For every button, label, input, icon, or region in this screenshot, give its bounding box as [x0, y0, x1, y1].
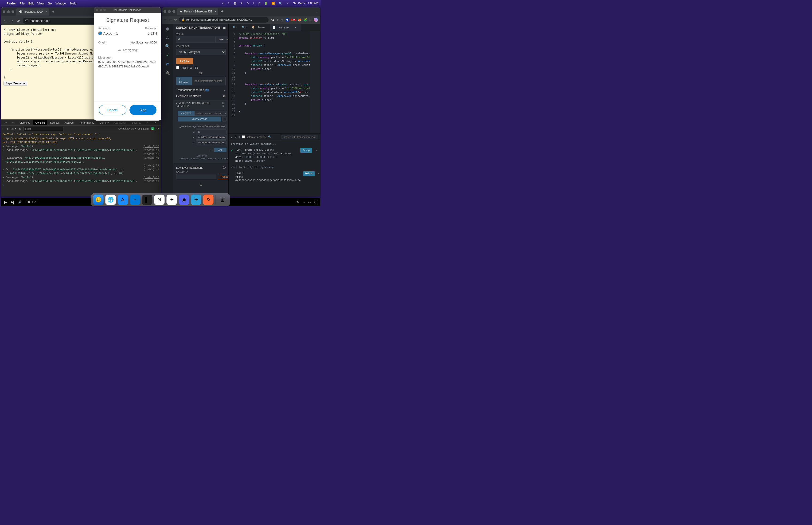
compile-icon[interactable]: ✓: [166, 52, 169, 58]
new-tab-icon[interactable]: +: [221, 9, 224, 14]
dock-telegram-icon[interactable]: ✈: [191, 195, 201, 205]
dock-slack-icon[interactable]: ✦: [167, 195, 177, 205]
dock-chrome-icon[interactable]: 🌐: [106, 195, 116, 205]
console-row[interactable]: {message: 'hello'}: [5, 145, 142, 149]
dt-warn-icon[interactable]: ⚠: [144, 120, 151, 125]
dock-trash-icon[interactable]: 🗑: [218, 195, 228, 205]
close-tab-icon[interactable]: ×: [45, 10, 47, 14]
eye-icon[interactable]: ◉: [19, 127, 21, 130]
term-log-entry[interactable]: [call] from: 0x5B38Da6a701c568545dCfcB03…: [235, 171, 301, 182]
sidebar-toggle-icon[interactable]: ▸: [3, 127, 4, 130]
dt-tab-network[interactable]: Network: [62, 120, 77, 125]
search-icon[interactable]: 🔍: [165, 44, 170, 49]
menu-edit[interactable]: Edit: [28, 2, 34, 5]
inspect-icon[interactable]: ▭: [2, 120, 9, 125]
incognito-icon[interactable]: 👁‍🗨: [271, 18, 275, 21]
term-log-entry[interactable]: [vm] from: 0x5B3...eddC4 to: Verify.(con…: [235, 148, 298, 163]
reading-list-icon[interactable]: ☰: [309, 18, 312, 21]
sign-button[interactable]: Sign: [129, 105, 156, 115]
browser-tab[interactable]: ◆ Remix - Ethereum IDE ×: [177, 8, 218, 15]
dock-discord-icon[interactable]: ◉: [179, 195, 189, 205]
call-button[interactable]: call: [214, 148, 227, 152]
chevron-down-icon[interactable]: ⌄: [317, 171, 320, 175]
tx-recorded-header[interactable]: Transactions recorded1: [173, 87, 228, 93]
contract-select[interactable]: Verify - verify.sol: [176, 49, 226, 55]
param-v[interactable]: [196, 130, 227, 134]
brightness-icon[interactable]: ☀: [240, 2, 243, 5]
device-icon[interactable]: ▭: [10, 120, 17, 125]
ublock-icon[interactable]: [286, 18, 289, 21]
deploy-icon[interactable]: ⎋: [166, 62, 169, 66]
tab-home[interactable]: 🏠 Home: [249, 24, 270, 31]
copy-params-icon[interactable]: ⎘: [207, 148, 212, 152]
plugin-icon[interactable]: 🔌: [165, 70, 170, 75]
close-file-icon[interactable]: ×: [292, 25, 298, 30]
fn-verifydata[interactable]: verifyData: [178, 111, 195, 116]
dt-tab-performance[interactable]: Performance: [77, 120, 96, 125]
fullscreen-icon[interactable]: ⛶: [314, 200, 317, 204]
control-center-icon[interactable]: ⌥: [286, 2, 289, 5]
panel-gear-icon[interactable]: ⚙: [173, 181, 228, 189]
collapse-icon[interactable]: ⌃: [222, 117, 227, 121]
sync-icon[interactable]: ↻: [246, 2, 249, 5]
puzzle-icon[interactable]: 🧩: [303, 18, 307, 21]
wifi-icon[interactable]: 📶: [271, 2, 275, 5]
filter-input[interactable]: [24, 127, 63, 131]
console-row[interactable]: {message: 'hello'}: [5, 176, 142, 180]
console-settings-icon[interactable]: ⚙: [157, 127, 159, 130]
copy-icon[interactable]: ⎘: [222, 102, 224, 105]
reload-icon[interactable]: ⟳: [17, 18, 20, 23]
theater-icon[interactable]: ▭: [308, 200, 311, 204]
param-hashedmessage[interactable]: [196, 124, 227, 129]
clear-console-icon[interactable]: ⊘: [6, 127, 9, 130]
console-row[interactable]: {r: '0xb7cf302145348387b9e69fde82d8e634a…: [5, 168, 142, 176]
profile-avatar[interactable]: [314, 18, 318, 22]
dt-tab-application[interactable]: Application: [112, 120, 129, 125]
dock-notion-icon[interactable]: N: [154, 195, 165, 205]
reload-icon[interactable]: ⟳: [174, 18, 177, 21]
param-r[interactable]: [196, 135, 227, 139]
window-controls[interactable]: [3, 10, 16, 13]
minimap[interactable]: [310, 31, 320, 134]
adblock-icon[interactable]: ABP: [291, 18, 296, 21]
calldata-input[interactable]: [176, 174, 216, 179]
info-icon[interactable]: ⓘ: [223, 166, 226, 170]
dt-tab-sources[interactable]: Sources: [48, 120, 62, 125]
dt-settings-icon[interactable]: ⚙: [151, 120, 158, 125]
listen-checkbox[interactable]: [242, 135, 245, 138]
cancel-button[interactable]: Cancel: [99, 105, 126, 115]
fn-verifymessage[interactable]: verifyMessage: [178, 117, 221, 121]
battery-icon[interactable]: 🔋: [264, 2, 267, 5]
context-selector[interactable]: top ▾: [11, 127, 16, 130]
new-tab-icon[interactable]: +: [52, 10, 55, 14]
zoom-out-icon[interactable]: 🔍-: [230, 25, 239, 30]
dock-terminal-icon[interactable]: ▌: [142, 195, 153, 205]
panel-settings-icon[interactable]: ▦: [223, 26, 226, 29]
dock-vscode-icon[interactable]: ⌁: [130, 195, 140, 205]
term-collapse-icon[interactable]: ⌄: [230, 135, 233, 138]
settings-icon[interactable]: ⚙: [296, 200, 299, 204]
chevron-down-icon[interactable]: ⌄: [315, 148, 318, 152]
bluetooth-icon[interactable]: ᛒ: [252, 2, 254, 5]
debug-button[interactable]: Debug: [300, 148, 312, 153]
forward-icon[interactable]: →: [169, 18, 172, 21]
dock-postman-icon[interactable]: ✎: [203, 195, 214, 205]
editor-content[interactable]: // SPDX-License-Identifier: MIT pragma s…: [237, 31, 310, 134]
debug-button[interactable]: Debug: [303, 171, 315, 176]
close-tab-icon[interactable]: ×: [215, 10, 216, 13]
app-name[interactable]: Finder: [6, 2, 16, 5]
browser-tab[interactable]: 💬 localhost:8000 ×: [16, 8, 49, 15]
next-icon[interactable]: ▶|: [11, 200, 14, 204]
bookmark-icon[interactable]: ☆: [281, 18, 284, 21]
dt-tab-console[interactable]: Console: [33, 120, 47, 125]
publish-checkbox[interactable]: [176, 66, 179, 69]
deploy-button[interactable]: Deploy: [176, 58, 193, 64]
term-clear-icon[interactable]: ⊘: [234, 135, 236, 138]
zoom-in-icon[interactable]: 🔍+: [240, 25, 249, 30]
volume-icon[interactable]: 🔊: [18, 200, 21, 204]
trash-icon[interactable]: 🗑: [223, 94, 226, 98]
status-icon[interactable]: ⎋: [222, 2, 224, 5]
tab-dropdown-icon[interactable]: ⌄: [316, 10, 320, 13]
menu-view[interactable]: View: [37, 2, 44, 5]
dock-finder-icon[interactable]: 🙂: [93, 195, 104, 205]
